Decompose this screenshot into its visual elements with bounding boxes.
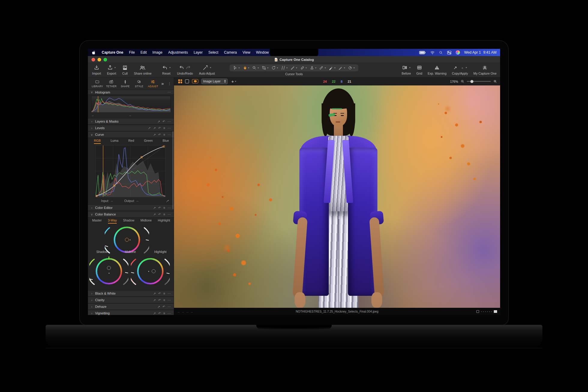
annotation-tool[interactable]: ▼ (338, 66, 346, 70)
collapse-icon[interactable]: ∨ (90, 213, 93, 216)
cb-tab-midtone[interactable]: Midtone (140, 218, 152, 224)
eyedropper-tool[interactable]: ▼ (318, 66, 327, 70)
reset-icon[interactable]: ↶ (158, 298, 161, 302)
apple-menu-icon[interactable] (92, 50, 96, 55)
shadow-lightness-slider[interactable] (122, 257, 128, 286)
midtone-color-wheel[interactable] (114, 227, 140, 253)
menu-file[interactable]: File (129, 50, 135, 55)
import-button[interactable]: Import (92, 64, 101, 75)
app-status-icon[interactable] (456, 50, 460, 55)
copy-apply-icon[interactable]: ↗ (153, 312, 156, 315)
tab-library[interactable]: LIBRARY (91, 79, 104, 88)
histogram-graph[interactable] (91, 96, 171, 113)
menu-layer[interactable]: Layer (194, 50, 202, 55)
menu-window[interactable]: Window (256, 50, 269, 55)
tab-shape[interactable]: SHAPE (119, 79, 132, 88)
zoom-in-icon[interactable] (493, 79, 497, 83)
presets-icon[interactable]: ≡ (163, 292, 165, 295)
curve-picker-icon[interactable] (166, 199, 170, 203)
more-icon[interactable]: ⋯ (168, 312, 171, 315)
crop-tool[interactable]: ▼ (261, 66, 270, 70)
more-icon[interactable]: ⋯ (168, 298, 171, 302)
midtone-lightness-slider[interactable] (143, 226, 149, 255)
cb-tab-master[interactable]: Master (92, 218, 102, 224)
cb-tab-shadow[interactable]: Shadow (123, 218, 134, 224)
frame-toggle-icon[interactable] (476, 310, 479, 313)
menu-adjustments[interactable]: Adjustments (168, 50, 188, 55)
menu-view[interactable]: View (243, 50, 250, 55)
collapse-icon[interactable]: ∨ (90, 91, 93, 94)
expand-icon[interactable]: › (90, 305, 93, 308)
cull-button[interactable]: Cull (122, 64, 128, 75)
layer-dropdown[interactable]: Image Layer (201, 79, 228, 84)
expand-icon[interactable]: › (90, 206, 93, 209)
wifi-icon[interactable] (430, 51, 435, 55)
multi-view-icon[interactable] (178, 79, 182, 83)
reset-icon[interactable]: ↶ (163, 305, 165, 308)
more-icon[interactable]: ⋯ (168, 133, 171, 136)
panel-header-histogram[interactable]: ∨ Histogram ⋯ (88, 90, 174, 95)
curve-tab-luma[interactable]: Luma (111, 139, 118, 144)
panel-header-clarity[interactable]: › Clarity ↗ ↶ ≡ ⋯ (88, 297, 174, 303)
panel-header-color-balance[interactable]: ∨ Color Balance ↗ ↶ ≡ ⋯ (88, 211, 174, 218)
presets-icon[interactable]: ≡ (163, 126, 165, 130)
shadow-saturation-slider[interactable] (89, 257, 95, 286)
panel-header-curve[interactable]: ∨ Curve ↗ ↶ ≡ ⋯ (88, 131, 174, 138)
more-icon[interactable]: ⋯ (168, 120, 171, 123)
panel-header-dehaze[interactable]: › Dehaze ↗ ↶ ⋯ (88, 303, 174, 310)
menubar-clock[interactable]: Wed Apr 1 9:41 AM (464, 50, 496, 55)
select-tool[interactable]: ▼ (232, 66, 241, 70)
midtone-wheel-marker[interactable] (125, 238, 129, 242)
photo-canvas[interactable] (174, 85, 500, 308)
presets-icon[interactable]: ≡ (163, 206, 165, 209)
presets-icon[interactable]: ≡ (163, 133, 165, 136)
more-icon[interactable]: ⋯ (168, 91, 171, 94)
export-button[interactable]: ▼ Export (107, 64, 116, 75)
reset-icon[interactable]: ↶ (158, 206, 161, 209)
battery-icon[interactable] (419, 50, 426, 55)
white-balance-tool[interactable]: ▼ (347, 66, 356, 70)
zoom-out-icon[interactable] (460, 79, 464, 83)
expand-icon[interactable]: › (90, 120, 93, 123)
expand-tabs-icon[interactable]: » (161, 81, 164, 86)
curve-tab-blue[interactable]: Blue (163, 139, 169, 144)
zoom-slider-thumb[interactable] (470, 80, 473, 83)
share-online-button[interactable]: Share online (134, 64, 152, 75)
more-icon[interactable]: ⋯ (168, 305, 171, 308)
menu-camera[interactable]: Camera (224, 50, 237, 55)
page-dots[interactable]: • • • • • • (481, 310, 492, 313)
copy-apply-icon[interactable]: ↗ (153, 133, 156, 136)
expand-icon[interactable]: › (90, 298, 93, 302)
panel-header-vignetting[interactable]: › Vignetting ↗ ↶ ≡ ⋯ (88, 310, 174, 315)
copy-apply-icon[interactable]: ↗ (153, 126, 156, 130)
cb-tab-highlight[interactable]: Highlight (158, 218, 170, 224)
control-center-icon[interactable] (447, 51, 452, 55)
copy-apply-button[interactable]: ▼ Copy/Apply (452, 64, 468, 75)
undo-redo-button[interactable]: Undo/Redo (177, 64, 193, 75)
expand-icon[interactable]: › (90, 126, 93, 130)
copy-apply-icon[interactable]: ↗ (158, 305, 160, 308)
before-button[interactable]: ▼ Before (402, 64, 411, 75)
presets-icon[interactable]: ≡ (163, 213, 165, 216)
menu-edit[interactable]: Edit (140, 50, 147, 55)
exposure-warning-button[interactable]: Exp. Warning (428, 64, 447, 75)
copy-apply-icon[interactable]: ↗ (153, 292, 156, 295)
expand-icon[interactable]: › (90, 292, 93, 295)
cb-tab-3way[interactable]: 3-Way (108, 218, 117, 224)
highlight-color-wheel[interactable] (137, 258, 164, 284)
curve-tab-green[interactable]: Green (144, 139, 153, 144)
auto-adjust-button[interactable]: ▼ Auto Adjust (199, 64, 215, 75)
picker-pen-icon[interactable] (148, 126, 151, 129)
copy-apply-icon[interactable]: ↗ (153, 298, 156, 302)
copy-apply-icon[interactable]: ↗ (153, 213, 156, 216)
search-icon[interactable] (439, 51, 443, 55)
collapse-icon[interactable]: ∨ (90, 133, 93, 136)
proof-view-icon[interactable] (192, 79, 198, 83)
menu-select[interactable]: Select (208, 50, 218, 55)
curve-tab-rgb[interactable]: RGB (94, 139, 101, 144)
zoom-slider[interactable] (467, 81, 491, 82)
panel-header-color-editor[interactable]: › Color Editor ↗ ↶ ≡ ⋯ (88, 204, 174, 211)
reset-icon[interactable]: ↶ (158, 126, 161, 130)
expand-icon[interactable]: › (90, 312, 93, 315)
copy-apply-icon[interactable]: ↗ (153, 206, 156, 209)
